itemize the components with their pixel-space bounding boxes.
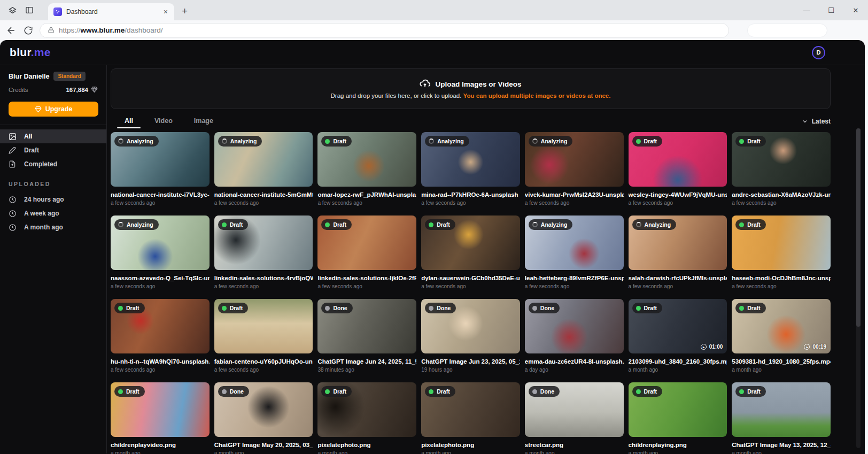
media-thumbnail[interactable]: Done [214,382,313,437]
video-duration-badge: ▶01:00 [701,344,723,350]
uploaded-filter-24-hours-ago[interactable]: 24 hours ago [0,193,106,206]
status-label: Draft [437,221,450,228]
media-card[interactable]: Analyzingnational-cancer-institute-i7VL3… [111,132,210,206]
upload-dropzone[interactable]: Upload Images or Videos Drag and drop yo… [111,68,831,109]
chevron-down-icon [802,118,808,125]
media-thumbnail[interactable]: Draft [317,216,416,270]
tab-all[interactable]: All [125,117,133,128]
status-dot-icon [739,139,744,144]
media-timestamp: a few seconds ago [111,283,210,289]
media-thumbnail[interactable]: Analyzing [421,132,520,187]
media-card[interactable]: DraftChatGPT Image May 13, 2025, 12_46_4… [732,382,831,454]
filter-tabs-row: All Video Image Latest [111,114,831,128]
media-thumbnail[interactable]: Draft [732,382,831,437]
media-card[interactable]: DoneChatGPT Image May 20, 2025, 03_42_05… [214,382,313,454]
media-thumbnail[interactable]: Done [317,299,416,353]
uploaded-filter-a-week-ago[interactable]: A week ago [0,206,106,220]
media-card[interactable]: Analyzingnational-cancer-institute-5mGmM… [214,132,313,206]
tab-image[interactable]: Image [194,117,213,128]
window-maximize-button[interactable]: ☐ [819,0,843,20]
media-thumbnail[interactable]: Draft▶00:19 [732,299,831,353]
status-badge: Analyzing [632,219,677,230]
sidebar-item-draft[interactable]: Draft [0,143,106,157]
media-card[interactable]: Analyzingmina-rad--P7kHROe-6A-unsplash (… [421,132,520,206]
media-card[interactable]: Analyzingleah-hetteberg-89lvmRZfP6E-unsp… [525,216,624,289]
sidebar-item-all[interactable]: All [0,129,106,143]
media-card[interactable]: Draftchildrenplaying.pnga month ago [629,382,727,454]
media-card[interactable]: Analyzingnaassom-azevedo-Q_Sei-TqSlc-uns… [111,216,210,289]
media-filename: linkedin-sales-solutions-ljkIOe-2fF4-uns… [317,275,416,281]
media-card[interactable]: Analyzingvivek-kumar-PrwMsI2A23U-unsplas… [525,132,624,206]
tab-close-icon[interactable]: × [162,7,169,16]
media-thumbnail[interactable]: Draft [421,216,520,270]
media-card[interactable]: Doneemma-dau-zc6ezUR4-8I-unsplash.jpga d… [525,299,624,373]
media-card[interactable]: DoneChatGPT Image Jun 23, 2025, 05_13_08… [421,299,520,373]
new-tab-button[interactable]: + [182,5,188,17]
media-thumbnail[interactable]: Draft [317,382,416,437]
media-thumbnail[interactable]: Analyzing [629,216,727,270]
browser-tab-dashboard[interactable]: Dashboard × [48,3,174,20]
grid-scrollbar[interactable] [856,128,861,448]
media-thumbnail[interactable]: Done [525,299,624,353]
media-card[interactable]: Draft▶01:002103099-uhd_3840_2160_30fps.m… [629,299,727,373]
media-thumbnail[interactable]: Draft [214,216,313,270]
grid-scrollbar-thumb[interactable] [856,128,861,327]
media-thumbnail[interactable]: Draft▶01:00 [629,299,727,353]
media-thumbnail[interactable]: Analyzing [214,132,313,187]
sidebar-item-completed[interactable]: Completed [0,157,106,171]
media-thumbnail[interactable]: Draft [732,216,831,270]
media-card[interactable]: Draftomar-lopez-rwF_pJRWhAI-unsplash.jpg… [317,132,416,206]
media-card[interactable]: Draftpixelatephoto.pnga month ago [317,382,416,454]
media-thumbnail[interactable]: Draft [317,132,416,187]
upgrade-button[interactable]: Upgrade [9,102,98,117]
status-dot-icon [325,222,330,227]
media-thumbnail[interactable]: Draft [421,382,520,437]
media-thumbnail[interactable]: Draft [629,132,727,187]
media-card[interactable]: Draftpixelatephoto.pnga month ago [421,382,520,454]
media-card[interactable]: Draftlinkedin-sales-solutions-4rvBjoQWER… [214,216,313,289]
media-thumbnail[interactable]: Analyzing [111,216,210,270]
media-card[interactable]: Drafthu-nh-ti-n--tqWA9hQi70-unsplash.jpg… [111,299,210,373]
tab-search-icon[interactable] [25,5,34,15]
media-thumbnail[interactable]: Draft [214,299,313,353]
media-thumbnail[interactable]: Done [421,299,520,353]
media-card[interactable]: Draftlinkedin-sales-solutions-ljkIOe-2fF… [317,216,416,289]
media-thumbnail[interactable]: Analyzing [525,132,624,187]
url-bar[interactable]: https://www.blur.me/dashboard/ [40,23,729,38]
media-thumbnail[interactable]: Draft [111,382,210,437]
media-card[interactable]: Draft▶00:195309381-hd_1920_1080_25fps.mp… [732,299,831,373]
status-badge: Draft [218,219,249,230]
media-card[interactable]: Draftwesley-tingey-4WUwF9jVqMU-unsplash.… [629,132,727,206]
refresh-icon[interactable] [22,25,34,36]
tab-video[interactable]: Video [154,117,173,128]
media-thumbnail[interactable]: Done [525,382,624,437]
media-card[interactable]: DoneChatGPT Image Jun 24, 2025, 11_55_45… [317,299,416,373]
filter-label: A week ago [24,210,59,217]
uploaded-filter-a-month-ago[interactable]: A month ago [0,220,106,234]
media-card[interactable]: Draftdylan-sauerwein-GCb0hd35DeE-unspla.… [421,216,520,289]
media-card[interactable]: Drafthaseeb-modi-OcDJhBm8Jnc-unsplash.jp… [732,216,831,289]
status-dot-icon [118,389,123,394]
media-thumbnail[interactable]: Analyzing [111,132,210,187]
blurme-logo[interactable]: blur.me [10,46,51,59]
media-card[interactable]: Draftandre-sebastian-X6aMAzoVJzk-unsplas… [732,132,831,206]
workspaces-icon[interactable] [7,5,17,15]
media-filename: hu-nh-ti-n--tqWA9hQi70-unsplash.jpg [111,358,210,365]
gem-icon [91,86,98,93]
user-avatar[interactable]: D [812,46,825,59]
toolbar-extension-area[interactable] [747,24,827,37]
window-minimize-button[interactable]: — [794,0,819,20]
media-timestamp: a few seconds ago [732,200,831,206]
media-thumbnail[interactable]: Draft [111,299,210,353]
media-thumbnail[interactable]: Draft [629,382,727,437]
media-card[interactable]: Donestreetcar.pnga month ago [525,382,624,454]
media-card[interactable]: Draftfabian-centeno-uY60pJUHqOo-unsplash… [214,299,313,373]
window-close-button[interactable]: ✕ [843,0,868,20]
media-card[interactable]: Analyzingsalah-darwish-rfcUPkJfMIs-unspl… [629,216,727,289]
back-icon[interactable] [5,25,17,36]
media-thumbnail[interactable]: Draft [732,132,831,187]
media-thumbnail[interactable]: Analyzing [525,216,624,270]
sort-dropdown[interactable]: Latest [802,118,831,128]
status-badge: Draft [114,303,145,313]
media-card[interactable]: Draftchildrenplayvideo.pnga month ago [111,382,210,454]
